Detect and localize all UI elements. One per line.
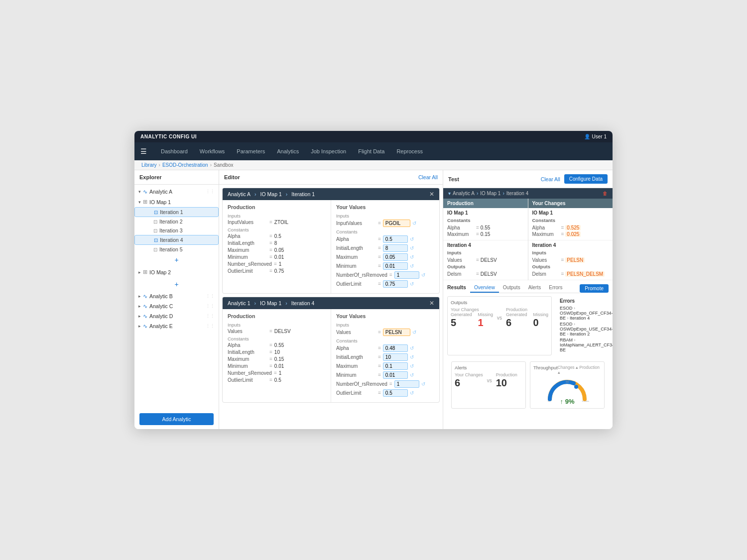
delete-test-icon[interactable]: 🗑 xyxy=(603,191,608,196)
add-iteration-button[interactable]: + xyxy=(134,254,219,266)
nav-parameters[interactable]: Parameters xyxy=(231,142,271,160)
tree-analytic-b[interactable]: ▸ ∿ Analytic B ⋮⋮ xyxy=(134,291,219,301)
breadcrumb-esod[interactable]: ESOD-Orchestration xyxy=(162,162,208,168)
subpanel-2-content: Production Inputs Values = DELSV Constan… xyxy=(223,309,439,402)
editor-header: Editor Clear All xyxy=(219,170,443,185)
your2-values-input[interactable] xyxy=(383,329,410,336)
your-alpha-input[interactable] xyxy=(383,235,408,243)
gauge-percent: 9% xyxy=(565,398,575,405)
tab-outputs[interactable]: Outputs xyxy=(499,283,524,293)
test-prod-iteration4: Iteration 4 Inputs Values = DELSV Output… xyxy=(443,240,528,280)
reset-minimum2-icon[interactable]: ↺ xyxy=(410,372,414,378)
reset-alpha-icon[interactable]: ↺ xyxy=(410,236,414,242)
constants-label: Constants xyxy=(228,227,326,232)
test-clear-all[interactable]: Clear All xyxy=(541,176,560,182)
add-iomap-button[interactable]: + xyxy=(134,278,219,290)
results-title: Results xyxy=(447,284,466,290)
your-maximum-input[interactable] xyxy=(383,253,408,261)
add-analytic-button[interactable]: Add Analytic xyxy=(139,413,214,425)
nav-dashboard[interactable]: Dashboard xyxy=(155,142,194,160)
subpanel-2-iomap: IO Map 1 xyxy=(260,300,281,306)
reset-numremoved-icon[interactable]: ↺ xyxy=(421,272,425,278)
tree-iomap2-header[interactable]: ▸ ⊞ IO Map 2 xyxy=(134,267,219,277)
reset-inputvalues-icon[interactable]: ↺ xyxy=(412,221,416,226)
your-minimum-input[interactable] xyxy=(383,262,408,270)
tree-analytic-c[interactable]: ▸ ∿ Analytic C ⋮⋮ xyxy=(134,301,219,311)
your-values-col-header: Your Values xyxy=(336,204,434,210)
drag-handle-icon[interactable]: ⋮⋮ xyxy=(206,294,215,299)
tree-iteration-3[interactable]: ⊡ Iteration 3 xyxy=(134,226,219,235)
prod-initiallength-row: InitialLength = 8 xyxy=(228,240,326,246)
reset-outlierlimit2-icon[interactable]: ↺ xyxy=(410,390,414,396)
configure-data-button[interactable]: Configure Data xyxy=(564,174,608,184)
tree-iomap2: ▸ ⊞ IO Map 2 xyxy=(134,267,219,277)
tree-analytic-d[interactable]: ▸ ∿ Analytic D ⋮⋮ xyxy=(134,311,219,321)
nav-job-inspection[interactable]: Job Inspection xyxy=(305,142,352,160)
chevron-icon: ▾ xyxy=(138,189,141,194)
nav-analytics[interactable]: Analytics xyxy=(271,142,305,160)
subpanel-1-breadcrumb: Analytic A xyxy=(228,191,250,197)
tree-iteration-1[interactable]: ⊡ Iteration 1 xyxy=(134,207,219,217)
drag-handle-icon[interactable]: ⋮⋮ xyxy=(206,314,215,319)
your2-outlierlimit-input[interactable] xyxy=(383,389,408,397)
production-col-header-2: Production xyxy=(228,313,326,319)
tree-iomap1: ▾ ⊞ IO Map 1 ⊡ Iteration 1 ⊡ Iteration 2 xyxy=(134,197,219,266)
reset-alpha2-icon[interactable]: ↺ xyxy=(410,345,414,351)
chevron-icon: ▸ xyxy=(138,314,141,319)
collapse-icon: ▾ xyxy=(448,191,451,196)
reset-maximum2-icon[interactable]: ↺ xyxy=(410,363,414,369)
tree-iteration-4[interactable]: ⊡ Iteration 4 xyxy=(134,235,219,245)
your2-numremoved-input[interactable] xyxy=(394,380,419,388)
tree-analytic-e[interactable]: ▸ ∿ Analytic E ⋮⋮ xyxy=(134,321,219,331)
tab-overview[interactable]: Overview xyxy=(470,283,499,293)
reset-minimum-icon[interactable]: ↺ xyxy=(410,263,414,269)
reset-numremoved2-icon[interactable]: ↺ xyxy=(421,381,425,387)
your2-initiallength-input[interactable] xyxy=(383,353,408,361)
your-generated-group: Your Changes Generated 5 xyxy=(451,307,493,329)
editor-clear-all[interactable]: Clear All xyxy=(418,174,438,180)
breadcrumb-library[interactable]: Library xyxy=(141,162,157,168)
drag-handle-icon[interactable]: ⋮⋮ xyxy=(206,324,215,329)
drag-handle-icon[interactable]: ⋮⋮ xyxy=(206,189,215,194)
close-subpanel-1-button[interactable]: ✕ xyxy=(429,191,434,198)
test-your-values: Values = PELSN xyxy=(532,257,609,263)
reset-maximum-icon[interactable]: ↺ xyxy=(410,254,414,260)
your-numremoved-input[interactable] xyxy=(394,271,419,279)
test-breadcrumb: ▾ Analytic A › IO Map 1 › Iteration 4 🗑 xyxy=(443,188,613,199)
explorer-panel: Explorer ▾ ∿ Analytic A ⋮⋮ ▾ ⊞ xyxy=(134,170,219,429)
iomap-icon: ⊞ xyxy=(143,199,147,205)
subpanel-1-yourvalues: Your Values Inputs InputValues = ↺ Const… xyxy=(331,200,439,293)
your2-values-row: Values = ↺ xyxy=(336,329,434,336)
explorer-tree: ▾ ∿ Analytic A ⋮⋮ ▾ ⊞ IO Map 1 ⊡ xyxy=(134,185,219,409)
tree-iteration-5[interactable]: ⊡ Iteration 5 xyxy=(134,245,219,254)
reset-values2-icon[interactable]: ↺ xyxy=(412,330,416,335)
your-initiallength-input[interactable] xyxy=(383,244,408,252)
tree-iomap1-header[interactable]: ▾ ⊞ IO Map 1 xyxy=(134,197,219,207)
throughput-title: Throughput Changes ▴ Production ▴ xyxy=(533,365,601,375)
chevron-icon: ▸ xyxy=(138,294,141,299)
prod-delsm-value: DELSV xyxy=(481,271,497,277)
hamburger-menu[interactable]: ☰ xyxy=(140,147,147,155)
prod-alpha-row: Alpha = 0.5 xyxy=(228,233,326,239)
your-missing-value: 1 xyxy=(478,317,494,329)
your2-alpha-input[interactable] xyxy=(383,344,408,352)
nav-reprocess[interactable]: Reprocess xyxy=(390,142,429,160)
nav-workflows[interactable]: Workflows xyxy=(194,142,231,160)
your-inputvalues-input[interactable] xyxy=(383,220,410,227)
promote-button[interactable]: Promote xyxy=(580,284,609,293)
tab-alerts[interactable]: Alerts xyxy=(524,283,545,293)
close-subpanel-2-button[interactable]: ✕ xyxy=(429,300,434,307)
reset-initiallength2-icon[interactable]: ↺ xyxy=(410,354,414,360)
tree-analytic-a[interactable]: ▾ ∿ Analytic A ⋮⋮ xyxy=(134,187,219,197)
your2-minimum-input[interactable] xyxy=(383,371,408,379)
tab-errors[interactable]: Errors xyxy=(545,283,566,293)
reset-initiallength-icon[interactable]: ↺ xyxy=(410,245,414,251)
tree-iteration-2[interactable]: ⊡ Iteration 2 xyxy=(134,217,219,226)
nav-flight-data[interactable]: Flight Data xyxy=(352,142,390,160)
your2-maximum-input[interactable] xyxy=(383,362,408,370)
your-outlierlimit-input[interactable] xyxy=(383,280,408,288)
your-outlierlimit-row: OutlierLimit = ↺ xyxy=(336,280,434,288)
drag-handle-icon[interactable]: ⋮⋮ xyxy=(206,304,215,309)
user-info: 👤 User 1 xyxy=(584,134,607,139)
reset-outlierlimit-icon[interactable]: ↺ xyxy=(410,281,414,287)
